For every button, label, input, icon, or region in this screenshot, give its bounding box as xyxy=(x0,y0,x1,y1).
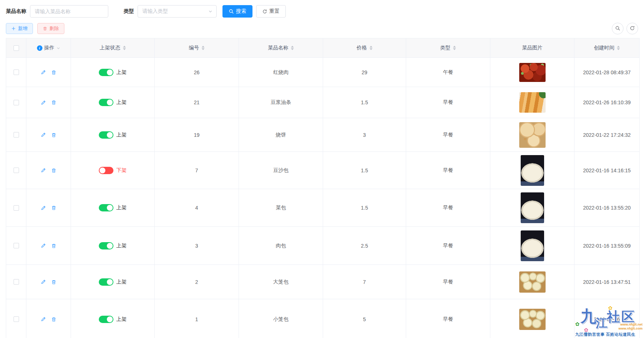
search-button[interactable]: 搜索 xyxy=(222,5,252,18)
dish-id: 1 xyxy=(155,299,239,338)
row-checkbox[interactable] xyxy=(14,70,19,75)
row-checkbox[interactable] xyxy=(14,243,19,248)
edit-icon[interactable] xyxy=(41,100,46,105)
created-time: 2022-01-16 13:55:20 xyxy=(574,189,639,226)
header-id-label: 编号 xyxy=(189,45,199,51)
chevron-down-icon[interactable] xyxy=(56,46,60,50)
row-checkbox-cell xyxy=(6,58,26,87)
header-image-label: 菜品图片 xyxy=(522,45,543,51)
table-row: 上架 26 红烧肉 29 午餐 2022-01-28 08:49:37 xyxy=(6,58,639,87)
status-label: 上架 xyxy=(116,204,127,211)
operation-cell xyxy=(26,227,71,264)
delete-icon[interactable] xyxy=(51,317,56,322)
header-price-label: 价格 xyxy=(357,45,367,51)
dish-name-input[interactable] xyxy=(30,5,108,18)
magnifier-icon xyxy=(229,9,234,14)
type-select[interactable]: 请输入类型 xyxy=(138,5,217,18)
header-price[interactable]: 价格 xyxy=(323,38,406,57)
row-checkbox[interactable] xyxy=(14,168,19,173)
dish-price: 1.5 xyxy=(323,189,406,226)
delete-icon[interactable] xyxy=(51,243,56,248)
header-name[interactable]: 菜品名称 xyxy=(239,38,323,57)
status-toggle[interactable] xyxy=(99,69,113,76)
operation-cell xyxy=(26,152,71,189)
dish-id: 26 xyxy=(155,58,239,87)
status-toggle[interactable] xyxy=(99,242,113,249)
row-checkbox[interactable] xyxy=(14,100,19,105)
info-circle-icon[interactable]: i xyxy=(37,45,42,51)
header-created[interactable]: 创建时间 xyxy=(574,38,639,57)
dish-image xyxy=(519,63,546,82)
row-checkbox-cell xyxy=(6,87,26,118)
dish-image-cell xyxy=(490,58,574,87)
table-row: 上架 4 菜包 1.5 早餐 2022-01-16 13:55:20 xyxy=(6,189,639,227)
row-checkbox[interactable] xyxy=(14,205,19,211)
dish-name: 大笼包 xyxy=(239,265,323,299)
dish-id: 19 xyxy=(155,118,239,151)
status-toggle[interactable] xyxy=(99,131,113,139)
row-checkbox-cell xyxy=(6,299,26,338)
row-checkbox-cell xyxy=(6,189,26,226)
row-checkbox-cell xyxy=(6,118,26,151)
status-toggle[interactable] xyxy=(99,167,113,174)
dish-price: 3 xyxy=(323,118,406,151)
edit-icon[interactable] xyxy=(41,168,46,173)
delete-icon[interactable] xyxy=(51,70,56,75)
add-button[interactable]: 新增 xyxy=(6,23,33,34)
edit-icon[interactable] xyxy=(41,205,46,211)
created-time: 2022-01-26 16:10:39 xyxy=(574,87,639,118)
dish-image-cell xyxy=(490,152,574,189)
status-toggle[interactable] xyxy=(99,204,113,211)
edit-icon[interactable] xyxy=(41,132,46,138)
status-toggle[interactable] xyxy=(99,278,113,286)
status-toggle[interactable] xyxy=(99,316,113,323)
sort-icon[interactable] xyxy=(370,46,372,50)
status-label: 上架 xyxy=(116,243,127,249)
dish-table: i 操作 上架状态 编号 菜品名称 价格 xyxy=(6,38,640,338)
header-type[interactable]: 类型 xyxy=(406,38,490,57)
delete-icon[interactable] xyxy=(51,100,56,105)
status-cell: 上架 xyxy=(71,265,155,299)
row-checkbox[interactable] xyxy=(14,132,19,138)
sort-icon[interactable] xyxy=(453,46,456,50)
operation-cell xyxy=(26,299,71,338)
edit-icon[interactable] xyxy=(41,243,46,248)
delete-icon[interactable] xyxy=(51,132,56,138)
status-toggle[interactable] xyxy=(99,99,113,106)
delete-icon[interactable] xyxy=(51,168,56,173)
dish-image xyxy=(519,122,546,148)
dish-image-cell xyxy=(490,118,574,151)
table-search-circle-button[interactable] xyxy=(612,23,624,34)
table-header: i 操作 上架状态 编号 菜品名称 价格 xyxy=(6,38,639,58)
trash-icon xyxy=(43,26,47,31)
dish-image-cell xyxy=(490,227,574,264)
table-refresh-circle-button[interactable] xyxy=(626,23,638,34)
reset-button[interactable]: 重置 xyxy=(256,5,286,18)
sort-icon[interactable] xyxy=(291,46,294,50)
header-id[interactable]: 编号 xyxy=(155,38,239,57)
status-cell: 上架 xyxy=(71,87,155,118)
row-checkbox[interactable] xyxy=(14,279,19,285)
edit-icon[interactable] xyxy=(41,70,46,75)
header-status[interactable]: 上架状态 xyxy=(71,38,155,57)
delete-button[interactable]: 删除 xyxy=(37,23,64,34)
dish-type: 早餐 xyxy=(406,265,490,299)
sort-icon[interactable] xyxy=(617,46,620,50)
edit-icon[interactable] xyxy=(41,316,46,322)
created-time: 2022-01-16 13:47:51 xyxy=(574,265,639,299)
dish-image-cell xyxy=(490,189,574,226)
delete-icon[interactable] xyxy=(51,205,56,210)
row-checkbox[interactable] xyxy=(14,316,19,322)
header-operation-label: 操作 xyxy=(44,45,55,51)
dish-type: 早餐 xyxy=(406,118,490,151)
sort-icon[interactable] xyxy=(202,46,205,50)
dish-price: 29 xyxy=(323,58,406,87)
delete-icon[interactable] xyxy=(51,279,56,285)
header-checkbox-cell xyxy=(6,38,26,57)
edit-icon[interactable] xyxy=(41,279,46,285)
dish-name: 豆沙包 xyxy=(239,152,323,189)
table-row: 上架 2 大笼包 7 早餐 2022-01-16 13:47:51 xyxy=(6,265,639,299)
select-all-checkbox[interactable] xyxy=(14,45,19,51)
sort-icon[interactable] xyxy=(123,46,126,50)
dish-id: 4 xyxy=(155,189,239,226)
